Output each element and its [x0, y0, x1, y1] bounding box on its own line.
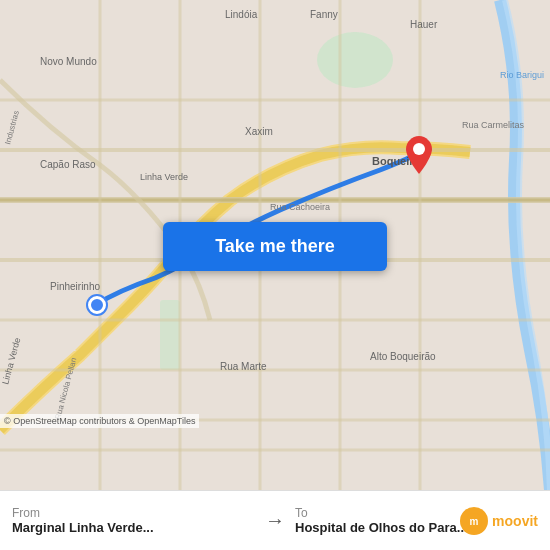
svg-text:Hauer: Hauer: [410, 19, 438, 30]
svg-text:Lindóia: Lindóia: [225, 9, 258, 20]
svg-text:Rua Cachoeira: Rua Cachoeira: [270, 202, 330, 212]
from-label: From: [12, 506, 255, 520]
from-name: Marginal Linha Verde...: [12, 520, 255, 535]
svg-text:Novo Mundo: Novo Mundo: [40, 56, 97, 67]
origin-marker: [88, 296, 106, 314]
svg-point-1: [317, 32, 393, 88]
svg-text:Rua Marte: Rua Marte: [220, 361, 267, 372]
moovit-logo: m moovit: [460, 507, 538, 535]
route-arrow-icon: →: [265, 509, 285, 532]
destination-marker: [404, 136, 434, 178]
bottom-bar: From Marginal Linha Verde... → To Hospit…: [0, 490, 550, 550]
moovit-text: moovit: [492, 513, 538, 529]
svg-rect-2: [160, 300, 180, 370]
svg-text:Rua Carmelitas: Rua Carmelitas: [462, 120, 525, 130]
svg-text:Rio Barigui: Rio Barigui: [500, 70, 544, 80]
svg-text:m: m: [470, 516, 479, 527]
svg-text:Xaxim: Xaxim: [245, 126, 273, 137]
svg-text:Capão Raso: Capão Raso: [40, 159, 96, 170]
svg-point-35: [413, 143, 425, 155]
map-container: Lindóia Fanny Hauer Novo Mundo Xaxim Cap…: [0, 0, 550, 490]
svg-text:Alto Boqueirão: Alto Boqueirão: [370, 351, 436, 362]
map-attribution: © OpenStreetMap contributors & OpenMapTi…: [0, 414, 199, 428]
route-from: From Marginal Linha Verde...: [12, 506, 255, 535]
svg-text:Fanny: Fanny: [310, 9, 338, 20]
svg-text:Linha Verde: Linha Verde: [140, 172, 188, 182]
take-me-there-button[interactable]: Take me there: [163, 222, 387, 271]
moovit-icon: m: [460, 507, 488, 535]
svg-text:Pinheirinho: Pinheirinho: [50, 281, 100, 292]
